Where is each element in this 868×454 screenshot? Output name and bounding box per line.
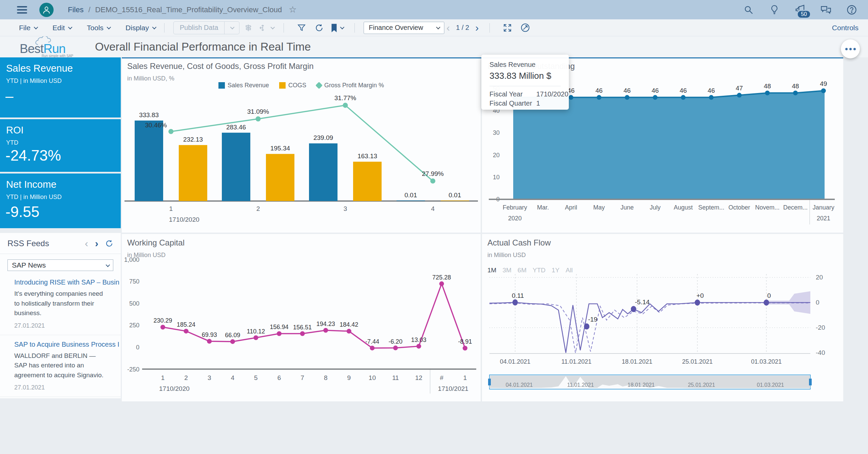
user-avatar[interactable]: [39, 3, 54, 17]
gpm-line: [171, 105, 433, 181]
chart-sales-revenue-cogs-gpm[interactable]: Sales Revenue, Cost of Goods, Gross Prof…: [122, 57, 481, 233]
rss-header: RSS Feeds ‹ ›: [0, 233, 121, 254]
svg-text:February: February: [503, 204, 527, 211]
svg-text:October: October: [729, 204, 750, 211]
svg-text:25.01.2021: 25.01.2021: [682, 358, 713, 365]
kpi-tile-sales-revenue[interactable]: Sales Revenue YTD | in Million USD –: [0, 57, 121, 117]
data-point: [764, 299, 769, 306]
linked-analysis-icon: [258, 21, 273, 35]
rss-item[interactable]: SAP to Acquire Business Process Intellig…: [0, 335, 121, 397]
menu-edit[interactable]: Edit: [53, 24, 71, 32]
breadcrumb-files-link[interactable]: Files: [68, 5, 83, 14]
svg-text:2: 2: [256, 205, 260, 212]
legend-item[interactable]: Sales Revenue: [218, 82, 269, 89]
bar: [135, 121, 163, 201]
chart-actual-cash-flow[interactable]: Actual Cash Flow in Million USD 1M3M6MYT…: [482, 234, 843, 401]
range-button-3m[interactable]: 3M: [502, 267, 511, 274]
rss-item-date: 27.01.2021: [14, 384, 119, 391]
filter-icon[interactable]: [294, 21, 309, 35]
kpi-tile-net-income[interactable]: Net Income YTD | in Million USD -9.55: [0, 174, 121, 228]
svg-text:Septem...: Septem...: [698, 204, 724, 211]
more-actions-button[interactable]: [841, 39, 860, 58]
legend-item[interactable]: Gross Profit Margin %: [316, 82, 384, 89]
data-point: [277, 331, 282, 336]
svg-text:01.03.2021: 01.03.2021: [757, 382, 784, 388]
rss-item-body: It's everything companies need to holist…: [14, 289, 119, 318]
svg-text:4: 4: [231, 374, 235, 381]
range-button-6m[interactable]: 6M: [518, 267, 526, 274]
hamburger-menu-icon[interactable]: [17, 6, 27, 14]
cashflow-chart-plot[interactable]: 200-20-400.11-19-5.14+0004.01.202111.01.…: [482, 234, 843, 401]
previous-page-icon[interactable]: ‹: [446, 23, 450, 33]
refresh-icon[interactable]: [312, 21, 327, 35]
legend-item[interactable]: COGS: [279, 82, 306, 89]
rss-item[interactable]: Introducing RISE with SAP – Business Tra…: [0, 273, 121, 335]
svg-text:May: May: [593, 204, 605, 211]
svg-text:46: 46: [596, 87, 603, 94]
discussions-chat-icon[interactable]: [820, 4, 832, 16]
publish-data-split-button[interactable]: Publish Data: [173, 21, 239, 34]
svg-text:725.28: 725.28: [432, 274, 451, 281]
svg-text:25.01.2021: 25.01.2021: [688, 382, 715, 388]
svg-text:1710/2020: 1710/2020: [169, 216, 199, 223]
gpm-point: [343, 103, 348, 108]
menu-tools[interactable]: Tools: [87, 24, 110, 32]
svg-text:47: 47: [736, 85, 743, 92]
svg-text:184.42: 184.42: [340, 321, 358, 328]
story-header: BestRun Run simple with SAP Overall Fina…: [0, 36, 868, 57]
menu-file[interactable]: File: [19, 24, 37, 32]
favorite-star-icon[interactable]: ☆: [289, 4, 296, 15]
menu-display[interactable]: Display: [126, 24, 155, 32]
svg-text:1710/2020: 1710/2020: [159, 385, 190, 392]
rss-item[interactable]: SAP Debuts Milestone Offering to RevoluW…: [0, 397, 121, 398]
bookmark-icon[interactable]: [329, 21, 344, 35]
help-icon[interactable]: [846, 4, 858, 16]
svg-text:185.24: 185.24: [177, 321, 195, 328]
announcements-megaphone-icon[interactable]: 50: [794, 4, 806, 16]
page-select[interactable]: Finance Overview: [364, 22, 444, 34]
insights-bulb-icon[interactable]: [768, 4, 780, 16]
data-point: [625, 95, 630, 100]
svg-text:-19: -19: [588, 316, 597, 323]
line-chart-plot[interactable]: 1,0007505002500-250230.29185.2469.9366.0…: [122, 234, 481, 401]
kpi-tile-roi[interactable]: ROI YTD -24.73%: [0, 119, 121, 172]
rss-title: RSS Feeds: [7, 239, 49, 248]
data-point: [681, 95, 686, 100]
story-toolbar: FileEditToolsDisplay Publish Data Financ…: [0, 19, 868, 36]
controls-button[interactable]: Controls: [832, 24, 859, 32]
rss-refresh-icon[interactable]: [105, 239, 113, 248]
publish-data-button[interactable]: Publish Data: [174, 22, 224, 34]
svg-text:0: 0: [816, 299, 819, 306]
svg-text:20: 20: [493, 152, 500, 159]
rss-item-body: WALLDORF and BERLIN — SAP has entered in…: [14, 351, 119, 380]
fullscreen-icon[interactable]: [500, 21, 515, 35]
svg-text:9: 9: [347, 374, 351, 381]
rss-source-select[interactable]: SAP News: [7, 259, 113, 271]
range-button-ytd[interactable]: YTD: [533, 267, 545, 274]
rss-next-icon[interactable]: ›: [95, 238, 98, 249]
next-page-icon[interactable]: ›: [475, 23, 479, 33]
range-button-1y[interactable]: 1Y: [552, 267, 559, 274]
svg-text:66.09: 66.09: [225, 332, 240, 339]
dashboard-canvas: Sales Revenue YTD | in Million USD – ROI…: [0, 57, 868, 454]
kpi-subtitle: YTD | in Million USD: [6, 194, 115, 201]
chart-days-sales-outstanding[interactable]: Days Sales Outstanding 01020304050464646…: [482, 57, 843, 233]
search-icon[interactable]: [742, 4, 755, 16]
svg-text:01.03.2021: 01.03.2021: [751, 358, 782, 365]
kpi-title: Net Income: [6, 179, 115, 190]
svg-text:8: 8: [324, 374, 328, 381]
rss-item-link[interactable]: SAP to Acquire Business Process Intellig…: [14, 341, 119, 348]
svg-text:156.51: 156.51: [293, 324, 312, 331]
rss-previous-icon[interactable]: ‹: [85, 238, 88, 249]
toolbar-divider: [489, 23, 490, 33]
range-button-1m[interactable]: 1M: [487, 267, 496, 274]
publish-data-caret[interactable]: [224, 22, 239, 34]
svg-text:0: 0: [767, 292, 771, 299]
rss-item-link[interactable]: Introducing RISE with SAP – Business Tra: [14, 278, 119, 286]
data-point: [765, 91, 770, 95]
explorer-compass-icon[interactable]: [518, 21, 533, 35]
svg-text:30.46%: 30.46%: [145, 122, 167, 129]
range-button-all[interactable]: All: [565, 267, 573, 274]
tooltip-row-label: Fiscal Quarter: [489, 99, 536, 107]
chart-working-capital[interactable]: Working Capital in Million USD 1,0007505…: [122, 234, 481, 401]
